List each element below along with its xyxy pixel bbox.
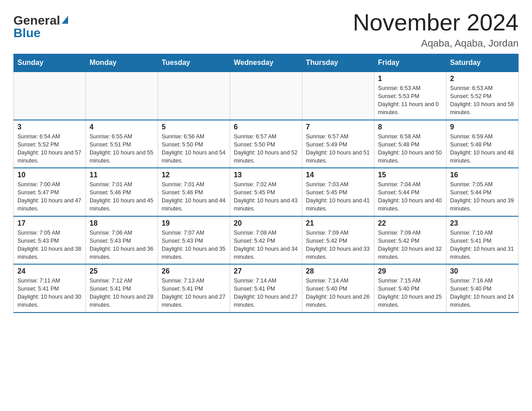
day-number: 27 bbox=[234, 267, 298, 275]
calendar-week-row: 10Sunrise: 7:00 AM Sunset: 5:47 PM Dayli… bbox=[14, 168, 519, 216]
day-number: 6 bbox=[234, 123, 298, 131]
day-number: 23 bbox=[450, 219, 515, 227]
logo: General Blue bbox=[13, 13, 68, 40]
sun-info: Sunrise: 7:13 AM Sunset: 5:41 PM Dayligh… bbox=[162, 277, 226, 309]
table-row: 16Sunrise: 7:05 AM Sunset: 5:44 PM Dayli… bbox=[446, 168, 519, 216]
page-header: General Blue November 2024 Aqaba, Aqaba,… bbox=[13, 9, 519, 49]
sun-info: Sunrise: 7:05 AM Sunset: 5:43 PM Dayligh… bbox=[17, 229, 82, 261]
sun-info: Sunrise: 7:01 AM Sunset: 5:46 PM Dayligh… bbox=[90, 180, 154, 213]
table-row: 15Sunrise: 7:04 AM Sunset: 5:44 PM Dayli… bbox=[374, 168, 446, 216]
day-number: 7 bbox=[306, 123, 370, 131]
col-friday: Friday bbox=[374, 54, 446, 72]
sun-info: Sunrise: 6:55 AM Sunset: 5:51 PM Dayligh… bbox=[90, 133, 154, 165]
day-number: 1 bbox=[378, 75, 442, 83]
sun-info: Sunrise: 7:02 AM Sunset: 5:45 PM Dayligh… bbox=[234, 180, 298, 213]
sun-info: Sunrise: 6:57 AM Sunset: 5:49 PM Dayligh… bbox=[306, 133, 370, 165]
day-number: 19 bbox=[162, 219, 226, 227]
sun-info: Sunrise: 6:56 AM Sunset: 5:50 PM Dayligh… bbox=[162, 133, 226, 165]
col-tuesday: Tuesday bbox=[158, 54, 230, 72]
day-number: 21 bbox=[306, 219, 370, 227]
calendar-table: Sunday Monday Tuesday Wednesday Thursday… bbox=[13, 54, 519, 313]
sun-info: Sunrise: 7:09 AM Sunset: 5:42 PM Dayligh… bbox=[378, 229, 442, 261]
sun-info: Sunrise: 7:07 AM Sunset: 5:43 PM Dayligh… bbox=[162, 229, 226, 261]
table-row: 7Sunrise: 6:57 AM Sunset: 5:49 PM Daylig… bbox=[302, 120, 374, 168]
calendar-week-row: 1Sunrise: 6:53 AM Sunset: 5:53 PM Daylig… bbox=[14, 72, 519, 120]
day-number: 24 bbox=[17, 267, 82, 275]
logo-triangle-icon bbox=[62, 16, 68, 24]
table-row bbox=[158, 72, 230, 120]
table-row: 1Sunrise: 6:53 AM Sunset: 5:53 PM Daylig… bbox=[374, 72, 446, 120]
col-sunday: Sunday bbox=[14, 54, 86, 72]
title-block: November 2024 Aqaba, Aqaba, Jordan bbox=[353, 9, 519, 49]
table-row: 14Sunrise: 7:03 AM Sunset: 5:45 PM Dayli… bbox=[302, 168, 374, 216]
sun-info: Sunrise: 6:57 AM Sunset: 5:50 PM Dayligh… bbox=[234, 133, 298, 165]
sun-info: Sunrise: 6:53 AM Sunset: 5:53 PM Dayligh… bbox=[378, 84, 442, 117]
table-row bbox=[86, 72, 158, 120]
day-number: 17 bbox=[17, 219, 82, 227]
table-row: 12Sunrise: 7:01 AM Sunset: 5:46 PM Dayli… bbox=[158, 168, 230, 216]
calendar-week-row: 17Sunrise: 7:05 AM Sunset: 5:43 PM Dayli… bbox=[14, 216, 519, 265]
table-row: 9Sunrise: 6:59 AM Sunset: 5:48 PM Daylig… bbox=[446, 120, 519, 168]
day-number: 4 bbox=[90, 123, 154, 131]
day-number: 14 bbox=[306, 171, 370, 179]
table-row: 29Sunrise: 7:15 AM Sunset: 5:40 PM Dayli… bbox=[374, 264, 446, 313]
day-number: 8 bbox=[378, 123, 442, 131]
table-row: 5Sunrise: 6:56 AM Sunset: 5:50 PM Daylig… bbox=[158, 120, 230, 168]
table-row: 4Sunrise: 6:55 AM Sunset: 5:51 PM Daylig… bbox=[86, 120, 158, 168]
sun-info: Sunrise: 7:10 AM Sunset: 5:41 PM Dayligh… bbox=[450, 229, 515, 261]
day-number: 9 bbox=[450, 123, 515, 131]
sun-info: Sunrise: 6:54 AM Sunset: 5:52 PM Dayligh… bbox=[17, 133, 82, 165]
sun-info: Sunrise: 7:09 AM Sunset: 5:42 PM Dayligh… bbox=[306, 229, 370, 261]
sun-info: Sunrise: 7:12 AM Sunset: 5:41 PM Dayligh… bbox=[90, 277, 154, 309]
sun-info: Sunrise: 7:01 AM Sunset: 5:46 PM Dayligh… bbox=[162, 180, 226, 213]
day-number: 3 bbox=[17, 123, 82, 131]
table-row: 27Sunrise: 7:14 AM Sunset: 5:41 PM Dayli… bbox=[230, 264, 302, 313]
sun-info: Sunrise: 7:16 AM Sunset: 5:40 PM Dayligh… bbox=[450, 277, 515, 309]
calendar-header-row: Sunday Monday Tuesday Wednesday Thursday… bbox=[14, 54, 519, 72]
sun-info: Sunrise: 7:05 AM Sunset: 5:44 PM Dayligh… bbox=[450, 180, 515, 213]
table-row: 10Sunrise: 7:00 AM Sunset: 5:47 PM Dayli… bbox=[14, 168, 86, 216]
month-title: November 2024 bbox=[353, 9, 519, 36]
calendar-week-row: 3Sunrise: 6:54 AM Sunset: 5:52 PM Daylig… bbox=[14, 120, 519, 168]
table-row: 20Sunrise: 7:08 AM Sunset: 5:42 PM Dayli… bbox=[230, 216, 302, 265]
logo-blue-text: Blue bbox=[13, 26, 41, 40]
day-number: 5 bbox=[162, 123, 226, 131]
sun-info: Sunrise: 7:14 AM Sunset: 5:41 PM Dayligh… bbox=[234, 277, 298, 309]
table-row: 23Sunrise: 7:10 AM Sunset: 5:41 PM Dayli… bbox=[446, 216, 519, 265]
day-number: 22 bbox=[378, 219, 442, 227]
sun-info: Sunrise: 7:08 AM Sunset: 5:42 PM Dayligh… bbox=[234, 229, 298, 261]
sun-info: Sunrise: 7:14 AM Sunset: 5:40 PM Dayligh… bbox=[306, 277, 370, 309]
table-row: 8Sunrise: 6:58 AM Sunset: 5:48 PM Daylig… bbox=[374, 120, 446, 168]
table-row: 30Sunrise: 7:16 AM Sunset: 5:40 PM Dayli… bbox=[446, 264, 519, 313]
table-row bbox=[230, 72, 302, 120]
sun-info: Sunrise: 7:00 AM Sunset: 5:47 PM Dayligh… bbox=[17, 180, 82, 213]
table-row: 3Sunrise: 6:54 AM Sunset: 5:52 PM Daylig… bbox=[14, 120, 86, 168]
table-row: 11Sunrise: 7:01 AM Sunset: 5:46 PM Dayli… bbox=[86, 168, 158, 216]
col-thursday: Thursday bbox=[302, 54, 374, 72]
day-number: 16 bbox=[450, 171, 515, 179]
sun-info: Sunrise: 7:04 AM Sunset: 5:44 PM Dayligh… bbox=[378, 180, 442, 213]
sun-info: Sunrise: 7:15 AM Sunset: 5:40 PM Dayligh… bbox=[378, 277, 442, 309]
table-row: 2Sunrise: 6:53 AM Sunset: 5:52 PM Daylig… bbox=[446, 72, 519, 120]
day-number: 2 bbox=[450, 75, 515, 83]
table-row: 17Sunrise: 7:05 AM Sunset: 5:43 PM Dayli… bbox=[14, 216, 86, 265]
sun-info: Sunrise: 6:58 AM Sunset: 5:48 PM Dayligh… bbox=[378, 133, 442, 165]
table-row: 25Sunrise: 7:12 AM Sunset: 5:41 PM Dayli… bbox=[86, 264, 158, 313]
table-row bbox=[14, 72, 86, 120]
day-number: 20 bbox=[234, 219, 298, 227]
location-subtitle: Aqaba, Aqaba, Jordan bbox=[353, 38, 519, 49]
day-number: 25 bbox=[90, 267, 154, 275]
table-row: 26Sunrise: 7:13 AM Sunset: 5:41 PM Dayli… bbox=[158, 264, 230, 313]
day-number: 11 bbox=[90, 171, 154, 179]
sun-info: Sunrise: 6:53 AM Sunset: 5:52 PM Dayligh… bbox=[450, 84, 515, 117]
table-row: 6Sunrise: 6:57 AM Sunset: 5:50 PM Daylig… bbox=[230, 120, 302, 168]
table-row: 21Sunrise: 7:09 AM Sunset: 5:42 PM Dayli… bbox=[302, 216, 374, 265]
sun-info: Sunrise: 6:59 AM Sunset: 5:48 PM Dayligh… bbox=[450, 133, 515, 165]
day-number: 10 bbox=[17, 171, 82, 179]
calendar-week-row: 24Sunrise: 7:11 AM Sunset: 5:41 PM Dayli… bbox=[14, 264, 519, 313]
col-monday: Monday bbox=[86, 54, 158, 72]
day-number: 15 bbox=[378, 171, 442, 179]
day-number: 30 bbox=[450, 267, 515, 275]
table-row: 13Sunrise: 7:02 AM Sunset: 5:45 PM Dayli… bbox=[230, 168, 302, 216]
sun-info: Sunrise: 7:06 AM Sunset: 5:43 PM Dayligh… bbox=[90, 229, 154, 261]
